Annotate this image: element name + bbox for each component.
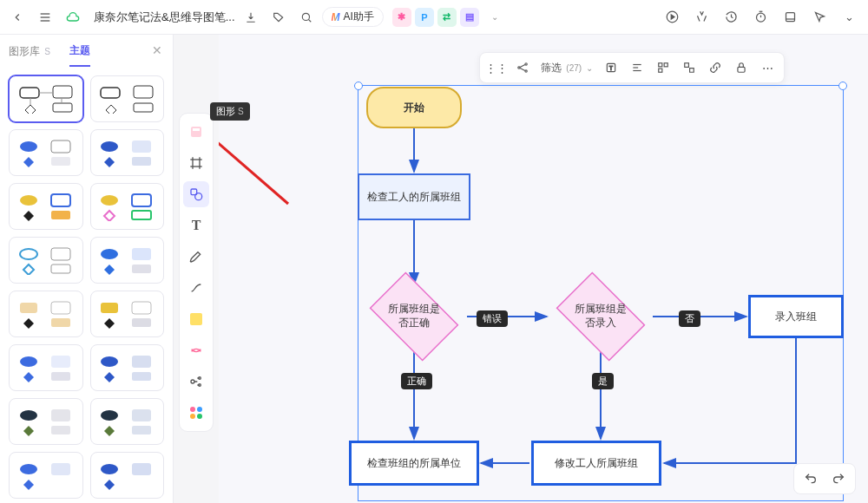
lock-icon[interactable] [730, 56, 753, 79]
svg-marker-22 [23, 157, 34, 167]
ai-assistant-button[interactable]: MAI助手 [322, 7, 384, 27]
svg-rect-44 [20, 303, 37, 313]
node-check-unit[interactable]: 检查班组的所属单位 [349, 441, 479, 486]
svg-rect-57 [132, 356, 151, 368]
insert-button[interactable] [778, 5, 802, 29]
align-icon[interactable] [626, 56, 648, 79]
download-button[interactable] [239, 5, 263, 29]
theme-card[interactable] [90, 291, 165, 337]
text-tool[interactable]: T [183, 212, 209, 238]
back-button[interactable] [5, 5, 30, 29]
undo-button[interactable] [799, 467, 822, 490]
replace-shape-icon[interactable] [678, 56, 700, 79]
svg-rect-47 [51, 318, 70, 327]
svg-rect-25 [132, 140, 151, 153]
node-modify-group[interactable]: 修改工人所属班组 [531, 441, 661, 486]
layout-icon[interactable] [652, 56, 674, 79]
theme-card[interactable] [9, 129, 83, 176]
node-decision-correct[interactable]: 所属班组是 否正确 [362, 281, 466, 352]
svg-point-95 [525, 70, 527, 72]
svg-marker-58 [104, 372, 115, 382]
tab-shapes[interactable]: 图形库 S [9, 44, 50, 66]
apps-tool[interactable] [183, 400, 209, 426]
node-check-group[interactable]: 检查工人的所属班组 [358, 173, 470, 220]
svg-rect-74 [191, 127, 201, 137]
more-shapes-tool[interactable] [183, 337, 209, 363]
pointer-button[interactable] [807, 5, 832, 29]
app-chip-3[interactable]: ⇄ [437, 8, 457, 27]
theme-panel: 图形库 S 主题 ✕ [0, 35, 174, 503]
svg-line-4 [308, 19, 311, 22]
history-button[interactable] [719, 5, 743, 29]
svg-point-87 [197, 407, 202, 412]
mindmap-tool[interactable] [183, 369, 209, 395]
node-start[interactable]: 开始 [366, 87, 462, 128]
svg-rect-45 [51, 302, 70, 314]
svg-point-68 [20, 464, 37, 474]
svg-marker-34 [104, 211, 115, 221]
menu-button[interactable] [33, 5, 57, 29]
theme-card[interactable] [9, 452, 83, 499]
theme-card[interactable] [90, 183, 165, 230]
theme-card[interactable] [90, 452, 165, 499]
svg-point-94 [525, 63, 527, 65]
sticky-tool[interactable] [183, 306, 209, 332]
theme-card[interactable] [9, 344, 83, 391]
app-chip-4[interactable]: ▤ [460, 8, 479, 27]
text-style-icon[interactable]: T [600, 56, 622, 79]
frame-tool[interactable] [183, 150, 209, 176]
close-panel-icon[interactable]: ✕ [152, 43, 162, 57]
svg-point-20 [20, 141, 37, 152]
more-icon[interactable]: ⋯ [756, 56, 779, 79]
theme-card[interactable] [90, 129, 165, 176]
connector-tool[interactable] [183, 275, 209, 301]
svg-rect-19 [134, 103, 153, 112]
link-icon[interactable] [704, 56, 727, 79]
shape-tool[interactable] [183, 181, 209, 207]
svg-rect-49 [132, 302, 151, 314]
theme-card[interactable] [9, 183, 83, 230]
drag-handle-icon[interactable]: ⋮⋮ [485, 56, 508, 79]
theme-card[interactable] [90, 398, 165, 445]
search-button[interactable] [294, 5, 319, 29]
svg-rect-61 [51, 409, 70, 421]
theme-card[interactable] [9, 75, 83, 122]
svg-rect-21 [51, 140, 70, 153]
theme-card[interactable] [90, 75, 165, 122]
redo-button[interactable] [827, 467, 850, 490]
theme-card[interactable] [9, 291, 83, 337]
theme-card[interactable] [90, 237, 165, 284]
tag-button[interactable] [266, 5, 291, 29]
selection-count[interactable]: 筛选 (27) ⌄ [537, 61, 596, 75]
share-node-icon[interactable] [511, 56, 534, 79]
more-apps-icon[interactable]: ⌄ [483, 5, 507, 29]
app-chip-1[interactable]: ✱ [392, 8, 411, 27]
svg-point-28 [20, 195, 37, 206]
theme-card[interactable] [90, 344, 165, 391]
node-enter-group[interactable]: 录入班组 [748, 295, 844, 338]
shape-tooltip: 图形S [210, 102, 250, 121]
document-title[interactable]: 康奈尔笔记法&思维导图笔... [94, 10, 235, 25]
node-decision-entered[interactable]: 所属班组是 否录入 [549, 281, 653, 352]
present-button[interactable] [689, 5, 713, 29]
timer-button[interactable] [748, 5, 773, 29]
play-button[interactable] [660, 5, 684, 29]
svg-rect-31 [51, 211, 70, 219]
tab-theme[interactable]: 主题 [69, 43, 90, 67]
pen-tool[interactable] [183, 244, 209, 270]
svg-point-64 [101, 410, 118, 421]
theme-card[interactable] [9, 398, 83, 445]
svg-point-52 [20, 356, 37, 367]
theme-card[interactable] [9, 237, 83, 284]
svg-marker-66 [104, 426, 115, 436]
overflow-button[interactable]: ⌄ [837, 5, 861, 29]
app-chip-2[interactable]: P [415, 8, 434, 27]
template-tool[interactable] [183, 119, 209, 145]
svg-rect-82 [190, 313, 202, 325]
svg-rect-65 [132, 409, 151, 421]
svg-point-86 [190, 407, 195, 412]
canvas[interactable]: ⋮⋮ 筛选 (27) ⌄ T ⋯ 开始 [219, 35, 868, 503]
svg-rect-27 [132, 157, 151, 166]
svg-marker-62 [23, 426, 34, 436]
theme-grid [0, 67, 173, 503]
